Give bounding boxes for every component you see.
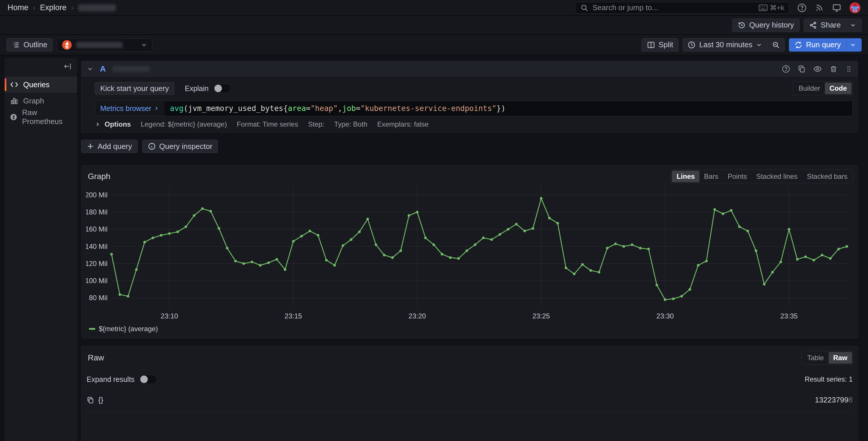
chevron-down-icon (850, 22, 856, 28)
explain-toggle[interactable] (213, 84, 231, 93)
svg-text:23:10: 23:10 (161, 312, 178, 320)
svg-text:23:15: 23:15 (284, 312, 302, 320)
zoom-out-time-button[interactable] (767, 38, 784, 51)
chevron-down-icon (756, 42, 762, 48)
svg-text:160 Mil: 160 Mil (86, 225, 107, 233)
explain-label: Explain (185, 84, 209, 93)
search-input[interactable]: Search or jump to... ⌘+k (576, 2, 789, 13)
share-dropdown-chevron[interactable] (846, 19, 856, 32)
time-range-picker[interactable]: Last 30 minutes (683, 38, 767, 51)
bar-chart-icon (10, 96, 19, 105)
query-row-header[interactable]: A (82, 61, 858, 77)
split-button[interactable]: Split (642, 38, 679, 52)
graph-panel-title: Graph (86, 172, 111, 181)
metrics-browser-link[interactable]: Metrics browser (95, 101, 164, 116)
code-brackets-icon (10, 80, 19, 89)
series-value: 132237998 (815, 396, 852, 405)
grafana-explore-app: Home › Explore › Search or jump to... ⌘+… (0, 0, 868, 441)
refresh-icon (795, 41, 803, 49)
svg-text:100 Mil: 100 Mil (86, 277, 107, 285)
breadcrumb-home[interactable]: Home (7, 3, 28, 12)
svg-text:23:25: 23:25 (532, 312, 550, 320)
query-datasource-redacted (112, 66, 150, 72)
editor-mode-tabs: Builder Code (793, 82, 852, 95)
datasource-name-redacted (76, 42, 123, 48)
chart-legend[interactable]: ${metric} (average) (86, 323, 853, 335)
tab-table[interactable]: Table (803, 352, 828, 364)
sidebar-item-queries[interactable]: Queries (5, 76, 77, 93)
top-nav: Home › Explore › Search or jump to... ⌘+… (0, 0, 868, 15)
history-icon (738, 21, 746, 29)
result-series-count: Result series: 1 (805, 375, 852, 383)
explore-actions-bar: Query history Share (0, 15, 868, 35)
svg-text:140 Mil: 140 Mil (86, 243, 107, 250)
query-help-icon[interactable] (782, 65, 790, 73)
add-query-button[interactable]: Add query (81, 140, 137, 153)
svg-text:23:20: 23:20 (408, 312, 426, 320)
user-avatar[interactable] (849, 2, 861, 13)
explore-sidebar: Queries Graph Raw Prometheus (5, 58, 77, 441)
help-icon[interactable] (797, 3, 807, 12)
chevron-right-icon: › (71, 4, 73, 12)
duplicate-query-icon[interactable] (798, 65, 806, 73)
tab-raw[interactable]: Raw (829, 352, 852, 364)
tab-builder[interactable]: Builder (794, 83, 825, 94)
tab-stacked-lines[interactable]: Stacked lines (751, 171, 802, 182)
sidebar-item-raw-prometheus[interactable]: Raw Prometheus (5, 109, 77, 125)
info-circle-icon (148, 142, 156, 150)
series-labels: {} (98, 396, 103, 405)
query-inspector-button[interactable]: Query inspector (142, 140, 218, 153)
graph-panel: Graph Lines Bars Points Stacked lines St… (81, 165, 858, 339)
breadcrumb-redacted-item[interactable] (78, 4, 116, 11)
search-icon (580, 4, 588, 12)
collapse-sidebar-icon[interactable] (63, 62, 72, 71)
query-ref-id: A (100, 64, 106, 73)
drag-handle-icon[interactable] (845, 65, 852, 73)
share-button[interactable]: Share (804, 19, 862, 32)
run-query-button[interactable]: Run query (789, 38, 862, 52)
chevron-right-icon (95, 121, 100, 127)
svg-text:120 Mil: 120 Mil (86, 260, 107, 267)
tab-bars[interactable]: Bars (700, 171, 723, 182)
time-series-chart[interactable]: 80 Mil100 Mil120 Mil140 Mil160 Mil180 Mi… (86, 183, 853, 323)
promql-query-input[interactable]: avg(jvm_memory_used_bytes{area="heap", j… (164, 101, 852, 116)
hide-response-eye-icon[interactable] (813, 65, 822, 73)
option-exemplars: Exemplars: false (377, 120, 429, 128)
outline-button[interactable]: Outline (6, 38, 53, 52)
copy-label-icon[interactable] (87, 397, 94, 404)
raw-panel-title: Raw (86, 353, 104, 363)
svg-text:200 Mil: 200 Mil (86, 191, 107, 199)
breadcrumb-explore[interactable]: Explore (40, 3, 67, 12)
legend-series-swatch (89, 328, 95, 330)
raw-panel: Raw Table Raw Expand results Result seri… (81, 346, 858, 441)
chevron-down-icon[interactable] (87, 65, 94, 72)
query-editor-panel: A Kick start your query Explain (81, 61, 858, 133)
expand-results-toggle[interactable] (139, 375, 157, 384)
svg-text:23:30: 23:30 (656, 312, 674, 320)
sidebar-item-label: Queries (23, 80, 50, 89)
remove-query-trash-icon[interactable] (830, 65, 838, 73)
run-query-dropdown-chevron[interactable] (846, 38, 856, 51)
kick-start-query-button[interactable]: Kick start your query (95, 82, 175, 95)
chevron-right-icon: › (33, 4, 35, 12)
sidebar-item-graph[interactable]: Graph (5, 93, 77, 109)
news-rss-icon[interactable] (815, 3, 824, 12)
chevron-down-icon (141, 41, 148, 49)
tab-stacked-bars[interactable]: Stacked bars (802, 171, 852, 182)
option-format: Format: Time series (237, 120, 298, 128)
tab-code[interactable]: Code (825, 83, 851, 94)
zoom-out-icon (772, 41, 780, 49)
expand-results-label: Expand results (87, 375, 134, 384)
tab-points[interactable]: Points (723, 171, 751, 182)
option-type: Type: Both (334, 120, 367, 128)
datasource-picker[interactable] (57, 38, 152, 52)
monitor-icon[interactable] (832, 3, 841, 12)
option-legend: Legend: ${metric} (average) (141, 120, 227, 128)
tab-lines[interactable]: Lines (672, 171, 700, 182)
query-options-row[interactable]: Options Legend: ${metric} (average) Form… (95, 120, 852, 128)
graph-style-tabs: Lines Bars Points Stacked lines Stacked … (671, 169, 853, 183)
options-title: Options (104, 120, 131, 128)
sidebar-item-label: Graph (23, 96, 44, 105)
query-history-button[interactable]: Query history (732, 19, 800, 32)
plus-icon (87, 143, 94, 150)
